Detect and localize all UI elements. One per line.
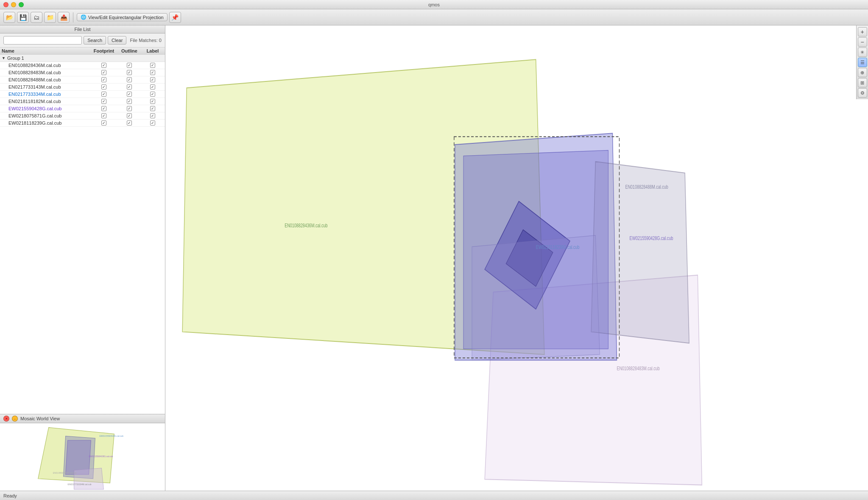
label-checkbox[interactable] xyxy=(150,99,155,104)
folder-button[interactable]: 📁 xyxy=(44,12,56,23)
svg-text:EW0215590428G.cal.cub: EW0215590428G.cal.cub xyxy=(99,435,123,437)
label-check[interactable] xyxy=(142,77,163,82)
footprint-check[interactable] xyxy=(91,70,117,75)
shape-light-blue xyxy=(472,235,600,360)
footprint-checkbox[interactable] xyxy=(101,63,106,68)
footprint-checkbox[interactable] xyxy=(101,120,106,126)
footprint-check[interactable] xyxy=(91,113,117,118)
outline-check[interactable] xyxy=(117,113,142,118)
file-matches: File Matches: 0 xyxy=(130,38,162,43)
outline-check[interactable] xyxy=(117,70,142,75)
list-item[interactable]: EN0108828488M.cal.cub xyxy=(0,76,165,84)
save-button[interactable]: 💾 xyxy=(17,12,29,23)
outline-checkbox[interactable] xyxy=(127,77,132,82)
window-controls xyxy=(3,2,24,7)
label-check[interactable] xyxy=(142,99,163,104)
file-name: EW0218118239G.cal.cub xyxy=(8,120,91,126)
footprint-check[interactable] xyxy=(91,120,117,126)
list-item[interactable]: EW0218118239G.cal.cub xyxy=(0,120,165,127)
outline-check[interactable] xyxy=(117,99,142,104)
projection-selector[interactable]: 🌐 View/Edit Equirectangular Projection xyxy=(77,13,167,21)
zoom-out-button[interactable]: − xyxy=(858,37,867,47)
label-checkbox[interactable] xyxy=(150,120,155,126)
outline-checkbox[interactable] xyxy=(127,92,132,97)
label-checkbox[interactable] xyxy=(150,77,155,82)
zoom-in-button[interactable]: + xyxy=(858,27,867,36)
list-item[interactable]: EW0218075871G.cal.cub xyxy=(0,112,165,120)
outline-check[interactable] xyxy=(117,92,142,97)
footprint-check[interactable] xyxy=(91,99,117,104)
file-name: EW0218075871G.cal.cub xyxy=(8,113,91,118)
list-item[interactable]: EN0108828436M.cal.cub xyxy=(0,62,165,69)
outline-check[interactable] xyxy=(117,63,142,68)
outline-checkbox[interactable] xyxy=(127,106,132,111)
footprint-checkbox[interactable] xyxy=(101,99,106,104)
projection-label: View/Edit Equirectangular Projection xyxy=(88,15,164,20)
export-button[interactable]: 📤 xyxy=(58,12,70,23)
outline-checkbox[interactable] xyxy=(127,99,132,104)
label-check[interactable] xyxy=(142,92,163,97)
footprint-checkbox[interactable] xyxy=(101,92,106,97)
outline-checkbox[interactable] xyxy=(127,63,132,68)
search-button[interactable]: Search xyxy=(84,36,106,45)
footprint-check[interactable] xyxy=(91,84,117,89)
label-check[interactable] xyxy=(142,120,163,126)
label-check[interactable] xyxy=(142,106,163,111)
layers-button[interactable]: ☰ xyxy=(858,58,867,67)
footprint-check[interactable] xyxy=(91,106,117,111)
col-header-label: Label xyxy=(142,48,163,53)
group-label: Group 1 xyxy=(7,56,24,61)
label-check[interactable] xyxy=(142,70,163,75)
list-item[interactable]: EN0217733334M.cal.cub xyxy=(0,91,165,98)
settings-button[interactable]: ⚙ xyxy=(858,88,867,98)
mosaic-minimize-button[interactable]: – xyxy=(12,416,18,422)
outline-checkbox[interactable] xyxy=(127,120,132,126)
footprint-check[interactable] xyxy=(91,77,117,82)
file-name: EN0217733143M.cal.cub xyxy=(8,84,91,89)
label-checkbox[interactable] xyxy=(150,63,155,68)
label-checkbox[interactable] xyxy=(150,106,155,111)
outline-check[interactable] xyxy=(117,120,142,126)
pin-button[interactable]: 📌 xyxy=(169,12,181,23)
footprint-checkbox[interactable] xyxy=(101,106,106,111)
label-checkbox[interactable] xyxy=(150,92,155,97)
saveas-button[interactable]: 🗂 xyxy=(31,12,42,23)
grid-button[interactable]: ⊞ xyxy=(858,78,867,87)
label-checkbox[interactable] xyxy=(150,84,155,89)
label-check[interactable] xyxy=(142,84,163,89)
outline-check[interactable] xyxy=(117,106,142,111)
footprint-checkbox[interactable] xyxy=(101,84,106,89)
separator-1 xyxy=(73,12,73,22)
search-bar: Search Clear File Matches: 0 xyxy=(0,34,165,47)
maximize-button[interactable] xyxy=(19,2,24,7)
label-check[interactable] xyxy=(142,63,163,68)
outline-checkbox[interactable] xyxy=(127,70,132,75)
minimize-button[interactable] xyxy=(11,2,16,7)
search-input[interactable] xyxy=(3,36,82,45)
footprint-check[interactable] xyxy=(91,63,117,68)
cursor-button[interactable]: ⊕ xyxy=(858,68,867,77)
label-checkbox[interactable] xyxy=(150,70,155,75)
map-view[interactable]: EN0108828436M.cal.cub EW0218118239G.cal.… xyxy=(165,25,868,491)
clear-button[interactable]: Clear xyxy=(108,36,126,45)
list-item[interactable]: EN0108828483M.cal.cub xyxy=(0,69,165,76)
label-checkbox[interactable] xyxy=(150,113,155,118)
footprint-checkbox[interactable] xyxy=(101,70,106,75)
list-item[interactable]: EN0217733143M.cal.cub xyxy=(0,84,165,91)
globe-icon: 🌐 xyxy=(81,14,87,20)
label-check[interactable] xyxy=(142,113,163,118)
asterisk-button[interactable]: ✳ xyxy=(858,47,867,57)
outline-checkbox[interactable] xyxy=(127,113,132,118)
outline-checkbox[interactable] xyxy=(127,84,132,89)
group-row[interactable]: ▼ Group 1 xyxy=(0,55,165,62)
footprint-checkbox[interactable] xyxy=(101,77,106,82)
list-item[interactable]: EN0218118182M.cal.cub xyxy=(0,98,165,105)
list-item[interactable]: EW0215590428G.cal.cub xyxy=(0,105,165,112)
mosaic-close-button[interactable]: ✕ xyxy=(3,416,9,422)
open-button[interactable]: 📂 xyxy=(3,12,15,23)
outline-check[interactable] xyxy=(117,77,142,82)
close-button[interactable] xyxy=(3,2,8,7)
footprint-check[interactable] xyxy=(91,92,117,97)
footprint-checkbox[interactable] xyxy=(101,113,106,118)
outline-check[interactable] xyxy=(117,84,142,89)
